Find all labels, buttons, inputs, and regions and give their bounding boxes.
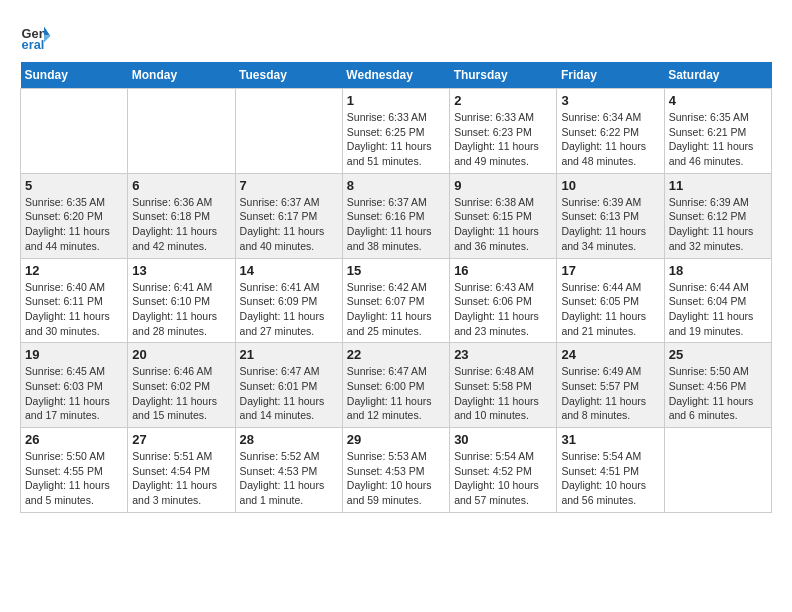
- day-cell: 24Sunrise: 6:49 AM Sunset: 5:57 PM Dayli…: [557, 343, 664, 428]
- day-cell: 14Sunrise: 6:41 AM Sunset: 6:09 PM Dayli…: [235, 258, 342, 343]
- header-cell-monday: Monday: [128, 62, 235, 89]
- header-cell-thursday: Thursday: [450, 62, 557, 89]
- day-info: Sunrise: 5:54 AM Sunset: 4:52 PM Dayligh…: [454, 449, 552, 508]
- day-cell: 31Sunrise: 5:54 AM Sunset: 4:51 PM Dayli…: [557, 428, 664, 513]
- day-info: Sunrise: 6:44 AM Sunset: 6:04 PM Dayligh…: [669, 280, 767, 339]
- day-cell: 22Sunrise: 6:47 AM Sunset: 6:00 PM Dayli…: [342, 343, 449, 428]
- header-row: SundayMondayTuesdayWednesdayThursdayFrid…: [21, 62, 772, 89]
- day-info: Sunrise: 6:35 AM Sunset: 6:21 PM Dayligh…: [669, 110, 767, 169]
- day-number: 5: [25, 178, 123, 193]
- logo-icon: Gen eral: [20, 20, 52, 52]
- day-info: Sunrise: 5:54 AM Sunset: 4:51 PM Dayligh…: [561, 449, 659, 508]
- day-number: 18: [669, 263, 767, 278]
- day-info: Sunrise: 6:37 AM Sunset: 6:16 PM Dayligh…: [347, 195, 445, 254]
- day-cell: 27Sunrise: 5:51 AM Sunset: 4:54 PM Dayli…: [128, 428, 235, 513]
- day-cell: 1Sunrise: 6:33 AM Sunset: 6:25 PM Daylig…: [342, 89, 449, 174]
- day-number: 17: [561, 263, 659, 278]
- day-info: Sunrise: 6:36 AM Sunset: 6:18 PM Dayligh…: [132, 195, 230, 254]
- day-number: 20: [132, 347, 230, 362]
- day-info: Sunrise: 5:50 AM Sunset: 4:56 PM Dayligh…: [669, 364, 767, 423]
- day-number: 14: [240, 263, 338, 278]
- day-info: Sunrise: 6:42 AM Sunset: 6:07 PM Dayligh…: [347, 280, 445, 339]
- day-cell: 4Sunrise: 6:35 AM Sunset: 6:21 PM Daylig…: [664, 89, 771, 174]
- day-info: Sunrise: 6:47 AM Sunset: 6:00 PM Dayligh…: [347, 364, 445, 423]
- day-cell: [128, 89, 235, 174]
- day-cell: [21, 89, 128, 174]
- day-cell: 6Sunrise: 6:36 AM Sunset: 6:18 PM Daylig…: [128, 173, 235, 258]
- day-number: 9: [454, 178, 552, 193]
- day-info: Sunrise: 6:35 AM Sunset: 6:20 PM Dayligh…: [25, 195, 123, 254]
- day-info: Sunrise: 6:49 AM Sunset: 5:57 PM Dayligh…: [561, 364, 659, 423]
- day-info: Sunrise: 6:41 AM Sunset: 6:09 PM Dayligh…: [240, 280, 338, 339]
- day-info: Sunrise: 6:38 AM Sunset: 6:15 PM Dayligh…: [454, 195, 552, 254]
- day-cell: 5Sunrise: 6:35 AM Sunset: 6:20 PM Daylig…: [21, 173, 128, 258]
- day-cell: [235, 89, 342, 174]
- header-cell-sunday: Sunday: [21, 62, 128, 89]
- day-number: 23: [454, 347, 552, 362]
- day-number: 30: [454, 432, 552, 447]
- day-cell: 13Sunrise: 6:41 AM Sunset: 6:10 PM Dayli…: [128, 258, 235, 343]
- day-number: 25: [669, 347, 767, 362]
- day-info: Sunrise: 6:47 AM Sunset: 6:01 PM Dayligh…: [240, 364, 338, 423]
- day-cell: 30Sunrise: 5:54 AM Sunset: 4:52 PM Dayli…: [450, 428, 557, 513]
- day-number: 15: [347, 263, 445, 278]
- day-info: Sunrise: 5:51 AM Sunset: 4:54 PM Dayligh…: [132, 449, 230, 508]
- day-info: Sunrise: 5:50 AM Sunset: 4:55 PM Dayligh…: [25, 449, 123, 508]
- day-number: 28: [240, 432, 338, 447]
- day-info: Sunrise: 6:39 AM Sunset: 6:13 PM Dayligh…: [561, 195, 659, 254]
- day-cell: 9Sunrise: 6:38 AM Sunset: 6:15 PM Daylig…: [450, 173, 557, 258]
- day-cell: 8Sunrise: 6:37 AM Sunset: 6:16 PM Daylig…: [342, 173, 449, 258]
- day-number: 6: [132, 178, 230, 193]
- day-info: Sunrise: 6:39 AM Sunset: 6:12 PM Dayligh…: [669, 195, 767, 254]
- day-number: 21: [240, 347, 338, 362]
- day-number: 29: [347, 432, 445, 447]
- day-info: Sunrise: 5:53 AM Sunset: 4:53 PM Dayligh…: [347, 449, 445, 508]
- header-cell-tuesday: Tuesday: [235, 62, 342, 89]
- day-number: 1: [347, 93, 445, 108]
- day-number: 26: [25, 432, 123, 447]
- day-number: 16: [454, 263, 552, 278]
- day-info: Sunrise: 6:46 AM Sunset: 6:02 PM Dayligh…: [132, 364, 230, 423]
- day-cell: 12Sunrise: 6:40 AM Sunset: 6:11 PM Dayli…: [21, 258, 128, 343]
- day-number: 10: [561, 178, 659, 193]
- week-row-5: 26Sunrise: 5:50 AM Sunset: 4:55 PM Dayli…: [21, 428, 772, 513]
- day-number: 27: [132, 432, 230, 447]
- day-info: Sunrise: 6:37 AM Sunset: 6:17 PM Dayligh…: [240, 195, 338, 254]
- header-cell-wednesday: Wednesday: [342, 62, 449, 89]
- week-row-4: 19Sunrise: 6:45 AM Sunset: 6:03 PM Dayli…: [21, 343, 772, 428]
- header-cell-friday: Friday: [557, 62, 664, 89]
- day-cell: 29Sunrise: 5:53 AM Sunset: 4:53 PM Dayli…: [342, 428, 449, 513]
- day-cell: 11Sunrise: 6:39 AM Sunset: 6:12 PM Dayli…: [664, 173, 771, 258]
- day-cell: 16Sunrise: 6:43 AM Sunset: 6:06 PM Dayli…: [450, 258, 557, 343]
- day-number: 7: [240, 178, 338, 193]
- logo: Gen eral: [20, 20, 56, 52]
- day-info: Sunrise: 6:43 AM Sunset: 6:06 PM Dayligh…: [454, 280, 552, 339]
- calendar-table: SundayMondayTuesdayWednesdayThursdayFrid…: [20, 62, 772, 513]
- day-info: Sunrise: 6:48 AM Sunset: 5:58 PM Dayligh…: [454, 364, 552, 423]
- day-number: 8: [347, 178, 445, 193]
- day-cell: 23Sunrise: 6:48 AM Sunset: 5:58 PM Dayli…: [450, 343, 557, 428]
- day-number: 4: [669, 93, 767, 108]
- day-number: 3: [561, 93, 659, 108]
- week-row-2: 5Sunrise: 6:35 AM Sunset: 6:20 PM Daylig…: [21, 173, 772, 258]
- week-row-3: 12Sunrise: 6:40 AM Sunset: 6:11 PM Dayli…: [21, 258, 772, 343]
- day-cell: 21Sunrise: 6:47 AM Sunset: 6:01 PM Dayli…: [235, 343, 342, 428]
- day-cell: 7Sunrise: 6:37 AM Sunset: 6:17 PM Daylig…: [235, 173, 342, 258]
- header-cell-saturday: Saturday: [664, 62, 771, 89]
- day-info: Sunrise: 6:41 AM Sunset: 6:10 PM Dayligh…: [132, 280, 230, 339]
- svg-marker-2: [44, 26, 50, 36]
- day-cell: 28Sunrise: 5:52 AM Sunset: 4:53 PM Dayli…: [235, 428, 342, 513]
- day-number: 11: [669, 178, 767, 193]
- week-row-1: 1Sunrise: 6:33 AM Sunset: 6:25 PM Daylig…: [21, 89, 772, 174]
- day-cell: 15Sunrise: 6:42 AM Sunset: 6:07 PM Dayli…: [342, 258, 449, 343]
- day-info: Sunrise: 6:44 AM Sunset: 6:05 PM Dayligh…: [561, 280, 659, 339]
- day-info: Sunrise: 6:45 AM Sunset: 6:03 PM Dayligh…: [25, 364, 123, 423]
- day-info: Sunrise: 6:34 AM Sunset: 6:22 PM Dayligh…: [561, 110, 659, 169]
- day-number: 2: [454, 93, 552, 108]
- day-cell: 19Sunrise: 6:45 AM Sunset: 6:03 PM Dayli…: [21, 343, 128, 428]
- day-cell: 25Sunrise: 5:50 AM Sunset: 4:56 PM Dayli…: [664, 343, 771, 428]
- day-cell: 10Sunrise: 6:39 AM Sunset: 6:13 PM Dayli…: [557, 173, 664, 258]
- day-info: Sunrise: 5:52 AM Sunset: 4:53 PM Dayligh…: [240, 449, 338, 508]
- day-number: 31: [561, 432, 659, 447]
- day-info: Sunrise: 6:33 AM Sunset: 6:23 PM Dayligh…: [454, 110, 552, 169]
